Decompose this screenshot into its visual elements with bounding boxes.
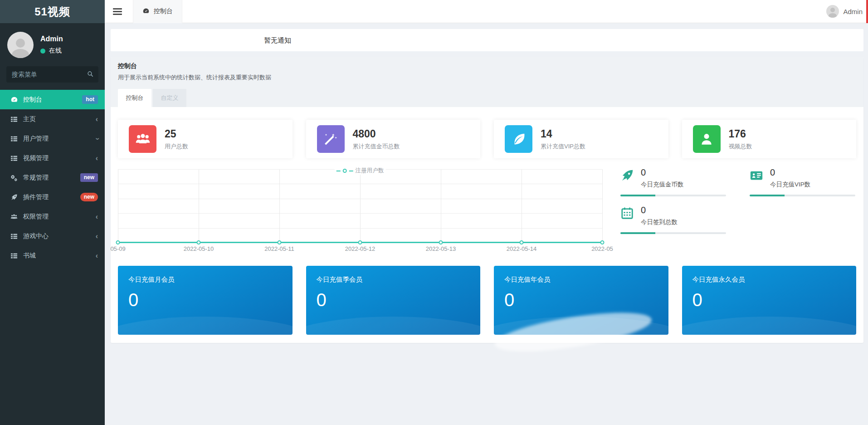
x-axis-label: 2022-05-13 xyxy=(426,245,456,252)
chart-gridline-v xyxy=(441,169,441,243)
sidebar-item-user-management[interactable]: 用户管理 ‹ xyxy=(0,129,105,148)
member-card-yearly: 今日充值年会员 0 xyxy=(494,266,668,335)
chevron-left-icon: ‹ xyxy=(96,233,98,240)
sidebar-item-label: 视频管理 xyxy=(23,154,96,162)
sidebar-search xyxy=(6,66,98,83)
stat-label: 视频总数 xyxy=(729,142,752,151)
chevron-left-icon: ‹ xyxy=(96,213,98,220)
hamburger-menu-icon[interactable] xyxy=(113,7,122,16)
x-axis-label: 2022-05-11 xyxy=(264,245,294,252)
today-stat-checkins: 0 今日签到总数 xyxy=(620,205,726,234)
rocket-icon xyxy=(10,194,18,201)
chart-data-point xyxy=(197,240,201,244)
progress-bar xyxy=(620,195,726,196)
user-icon xyxy=(693,125,721,153)
sidebar-item-label: 用户管理 xyxy=(23,135,96,143)
user-name: Admin xyxy=(40,35,63,43)
today-stat-label: 今日充值金币数 xyxy=(641,181,684,189)
sidebar-item-plugin-management[interactable]: 插件管理 new xyxy=(0,187,105,207)
chart-gridline-v xyxy=(360,169,361,243)
stat-card-vip: 14 累计充值VIP总数 xyxy=(494,120,668,158)
stat-label: 用户总数 xyxy=(165,142,188,151)
legend-line xyxy=(336,171,341,171)
member-card-value: 0 xyxy=(317,291,470,309)
sidebar-item-video-management[interactable]: 视频管理 ‹ xyxy=(0,148,105,168)
gears-icon xyxy=(10,174,18,181)
list-icon xyxy=(10,116,18,123)
member-card-label: 今日充值永久会员 xyxy=(692,275,846,284)
today-stat-label: 今日充值VIP数 xyxy=(770,181,810,189)
sidebar-user-panel: Admin 在线 xyxy=(0,23,105,63)
chevron-left-icon: ‹ xyxy=(96,252,98,259)
today-stat-coins: 0 今日充值金币数 xyxy=(620,168,726,196)
today-stat-label: 今日签到总数 xyxy=(641,218,678,226)
leaf-icon xyxy=(505,125,532,153)
list-icon xyxy=(10,252,18,259)
list-icon xyxy=(10,155,18,162)
progress-bar xyxy=(620,232,726,234)
today-stat-value: 0 xyxy=(641,168,684,177)
calendar-icon xyxy=(620,206,634,226)
tab-dashboard[interactable]: 控制台 xyxy=(118,89,151,107)
stat-label: 累计充值金币总数 xyxy=(353,142,400,151)
member-card-label: 今日充值月会员 xyxy=(128,275,282,284)
chart-data-point xyxy=(358,240,362,244)
member-card-value: 0 xyxy=(128,291,282,309)
x-axis-label: 05-09 xyxy=(110,245,125,252)
progress-bar xyxy=(750,195,855,196)
chart-data-point xyxy=(278,240,282,244)
tab-custom[interactable]: 自定义 xyxy=(153,89,186,107)
chart-data-point xyxy=(600,240,605,244)
stat-value: 4800 xyxy=(353,128,400,140)
notice-text: 暂无通知 xyxy=(264,36,291,44)
topbar-user-menu[interactable]: Admin xyxy=(826,5,863,18)
legend-marker-icon xyxy=(343,169,347,173)
sidebar-item-general-management[interactable]: 常规管理 new xyxy=(0,168,105,187)
list-icon xyxy=(10,233,18,240)
panel-body: 25 用户总数 4800 累计充值金币总数 xyxy=(111,107,863,335)
search-button[interactable] xyxy=(84,68,97,81)
x-axis-label: 2022-05-10 xyxy=(184,245,214,252)
page-title: 控制台 xyxy=(118,62,856,70)
sidebar-item-game-center[interactable]: 游戏中心 ‹ xyxy=(0,226,105,246)
stat-label: 累计充值VIP总数 xyxy=(541,142,585,151)
sidebar-menu: 控制台 hot 主页 ‹ 用户管理 ‹ 视频管理 ‹ xyxy=(0,90,105,265)
sidebar-item-dashboard[interactable]: 控制台 hot xyxy=(0,90,105,109)
notice-bar: 暂无通知 xyxy=(111,29,863,51)
gauge-icon xyxy=(10,96,18,103)
chart-x-axis: 05-092022-05-102022-05-112022-05-122022-… xyxy=(118,245,602,254)
topbar-tab-dashboard[interactable]: 控制台 xyxy=(133,0,182,23)
sidebar: 51视频 Admin 在线 控制台 hot xyxy=(0,0,105,425)
member-card-value: 0 xyxy=(692,291,846,309)
avatar xyxy=(826,5,839,18)
stat-card-coins: 4800 累计充值金币总数 xyxy=(306,120,481,158)
sidebar-item-home[interactable]: 主页 ‹ xyxy=(0,109,105,129)
top-right-red-strip xyxy=(866,0,868,23)
progress-fill xyxy=(620,195,655,196)
id-card-icon xyxy=(750,169,763,189)
middle-row: 05-092022-05-102022-05-112022-05-122022-… xyxy=(118,167,856,254)
topbar-tab-label: 控制台 xyxy=(154,7,173,15)
sidebar-item-permission-management[interactable]: 权限管理 ‹ xyxy=(0,207,105,226)
chart-data-point xyxy=(116,240,120,244)
registered-users-chart: 05-092022-05-102022-05-112022-05-122022-… xyxy=(118,167,602,254)
list-icon xyxy=(10,135,18,142)
today-stat-value: 0 xyxy=(641,205,678,215)
hot-badge: hot xyxy=(82,95,98,104)
progress-fill xyxy=(620,232,655,234)
x-axis-label: 2022-05-14 xyxy=(507,245,537,252)
sidebar-item-label: 主页 xyxy=(23,115,96,123)
sidebar-item-label: 游戏中心 xyxy=(23,232,96,240)
chart-data-point xyxy=(520,240,524,244)
avatar xyxy=(7,32,34,58)
users-icon xyxy=(10,213,18,220)
online-status-dot xyxy=(40,49,45,54)
member-card-permanent: 今日充值永久会员 0 xyxy=(682,266,857,335)
stat-card-users: 25 用户总数 xyxy=(118,120,293,158)
sidebar-item-book-city[interactable]: 书城 ‹ xyxy=(0,246,105,265)
app-logo[interactable]: 51视频 xyxy=(0,0,105,23)
content-area: 暂无通知 控制台 用于展示当前系统中的统计数据、统计报表及重要实时数据 控制台 … xyxy=(105,23,868,425)
chart-plot xyxy=(118,169,602,243)
legend-line xyxy=(349,171,353,171)
chart-legend[interactable]: 注册用户数 xyxy=(335,167,386,175)
